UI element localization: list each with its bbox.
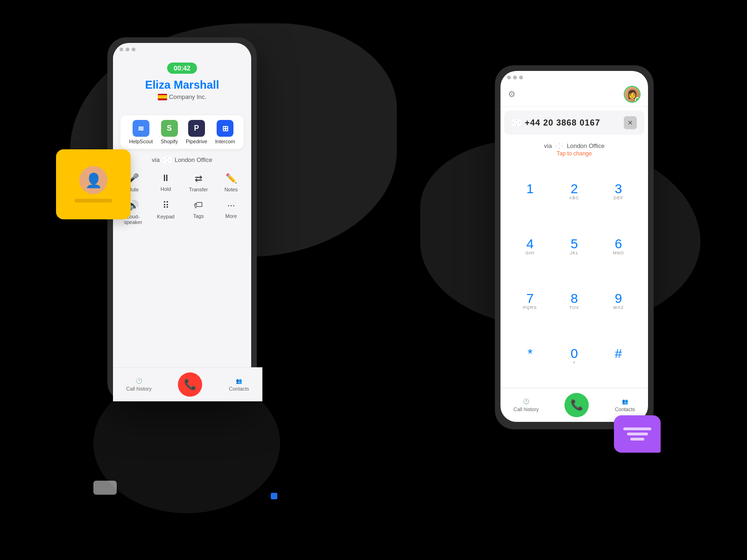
intercom-icon: ⊞	[217, 120, 233, 137]
integration-shopify[interactable]: S Shopify	[161, 120, 178, 144]
keypad-button[interactable]: ⠿ Keypad	[153, 200, 178, 225]
dial-key-3[interactable]: 3 DEF	[596, 164, 641, 219]
flag-uk-via	[555, 143, 564, 149]
dial-key-4[interactable]: 4 GHI	[508, 219, 552, 274]
flag-uk-left	[162, 157, 172, 163]
call-history-button-right[interactable]: 🕐 Call history	[514, 399, 539, 412]
pipedrive-icon: P	[188, 120, 205, 137]
more-button[interactable]: ··· More	[218, 200, 244, 225]
dial-key-2[interactable]: 2 ABC	[552, 164, 597, 219]
left-phone-device: 00:42 Eliza Marshall Company Inc. ≋ Help…	[107, 37, 257, 401]
dial-key-6[interactable]: 6 MNO	[596, 219, 641, 274]
chat-line-2	[627, 433, 648, 435]
user-avatar: 👩	[624, 86, 641, 103]
dial-call-button[interactable]: 📞	[564, 393, 589, 417]
contacts-button-left[interactable]: 👥 Contacts	[229, 378, 249, 392]
shopify-icon: S	[161, 120, 178, 137]
right-phone-device: ⚙ 👩 +44 20 3868 0167 ✕ via London Office	[495, 65, 654, 429]
flag-spain-icon	[158, 94, 167, 100]
deco-square-3	[271, 493, 277, 499]
chat-line-3	[630, 438, 644, 441]
phone-call-icon: 📞	[571, 399, 583, 411]
notes-icon: ✏️	[226, 173, 237, 184]
dial-key-8[interactable]: 8 TUV	[552, 274, 597, 329]
phone-number-display[interactable]: +44 20 3868 0167	[525, 118, 620, 128]
chat-bubble	[614, 415, 661, 453]
caller-name: Eliza Marshall	[145, 78, 219, 91]
call-history-icon-left: 🕐	[136, 378, 142, 384]
chat-line-1	[623, 427, 651, 430]
dial-key-hash[interactable]: #	[596, 329, 641, 384]
call-history-button-left[interactable]: 🕐 Call history	[126, 378, 151, 392]
dial-key-1[interactable]: 1	[508, 164, 552, 219]
online-indicator	[635, 97, 640, 102]
more-icon: ···	[227, 200, 235, 210]
contact-name-line	[75, 199, 112, 203]
hold-icon: ⏸	[161, 173, 170, 183]
transfer-button[interactable]: ⇄ Transfer	[186, 173, 211, 192]
tap-to-change[interactable]: Tap to change	[557, 150, 592, 157]
transfer-icon: ⇄	[195, 173, 203, 184]
call-history-icon-right: 🕐	[523, 399, 529, 405]
hold-button[interactable]: ⏸ Hold	[153, 173, 178, 192]
caller-company: Company Inc.	[158, 93, 206, 100]
dial-key-5[interactable]: 5 JKL	[552, 219, 597, 274]
integration-intercom[interactable]: ⊞ Intercom	[215, 120, 235, 144]
contacts-icon-right: 👥	[622, 399, 628, 405]
hangup-button[interactable]: 📞	[178, 372, 202, 394]
left-phone-screen: 00:42 Eliza Marshall Company Inc. ≋ Help…	[113, 43, 251, 394]
notes-button[interactable]: ✏️ Notes	[218, 173, 244, 192]
number-input-row: +44 20 3868 0167 ✕	[504, 111, 644, 135]
integration-pipedrive[interactable]: P Pipedrive	[186, 120, 207, 144]
dial-key-0[interactable]: 0 +	[552, 329, 597, 384]
left-phone-bottom-bar: 🕐 Call history 📞 👥 Contacts	[113, 367, 251, 394]
clear-number-button[interactable]: ✕	[624, 116, 637, 129]
tags-icon: 🏷	[194, 200, 203, 210]
dial-key-7[interactable]: 7 PQRS	[508, 274, 552, 329]
dial-key-9[interactable]: 9 WXZ	[596, 274, 641, 329]
settings-icon[interactable]: ⚙	[508, 89, 515, 99]
contact-card: 👤	[56, 149, 131, 219]
contacts-icon-left: 👥	[236, 378, 242, 384]
contact-avatar: 👤	[79, 166, 107, 194]
dial-key-star[interactable]: *	[508, 329, 552, 384]
dialpad-grid: 1 2 ABC 3 DEF 4 GHI 5 JKL	[500, 161, 648, 388]
white-panel-2	[93, 481, 117, 495]
via-office-left: via London Office	[113, 156, 251, 163]
call-controls-row2: 🔊 Loud- speaker ⠿ Keypad 🏷 Tags ··· More	[113, 200, 251, 225]
integration-helpscout[interactable]: ≋ HelpScout	[129, 120, 153, 144]
dialpad-screen: ⚙ 👩 +44 20 3868 0167 ✕ via London Office	[500, 71, 648, 422]
flag-uk-right	[512, 119, 521, 126]
dialpad-topbar: ⚙ 👩	[500, 82, 648, 107]
right-window-dots	[500, 71, 648, 82]
phone-hangup-icon: 📞	[184, 378, 197, 391]
tags-button[interactable]: 🏷 Tags	[186, 200, 211, 225]
contacts-button-right[interactable]: 👥 Contacts	[615, 399, 635, 412]
call-controls-row1: 🎤 Mute ⏸ Hold ⇄ Transfer ✏️ Notes	[113, 173, 251, 192]
call-timer: 00:42	[167, 63, 197, 74]
keypad-icon: ⠿	[162, 200, 169, 211]
right-phone-screen: ⚙ 👩 +44 20 3868 0167 ✕ via London Office	[500, 71, 648, 422]
via-section-right: via London Office Tap to change	[500, 139, 648, 161]
helpscout-icon: ≋	[133, 120, 149, 137]
integrations-row: ≋ HelpScout S Shopify P Pipedrive ⊞ Inte…	[120, 115, 244, 149]
window-dots	[113, 43, 251, 54]
